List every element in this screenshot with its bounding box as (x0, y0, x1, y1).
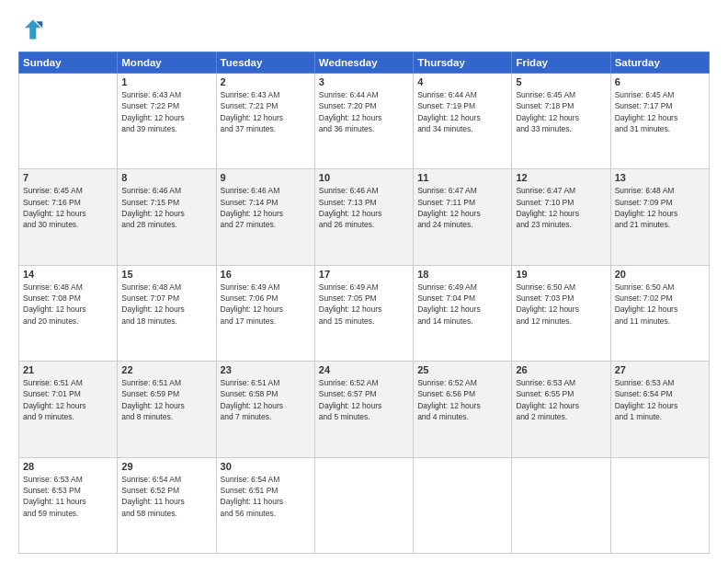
day-number: 14 (23, 269, 113, 280)
day-cell (610, 457, 709, 553)
day-info: Sunrise: 6:46 AM Sunset: 7:15 PM Dayligh… (121, 185, 211, 230)
day-info: Sunrise: 6:51 AM Sunset: 7:01 PM Dayligh… (23, 377, 113, 422)
day-info: Sunrise: 6:53 AM Sunset: 6:55 PM Dayligh… (516, 377, 606, 422)
day-cell: 10Sunrise: 6:46 AM Sunset: 7:13 PM Dayli… (314, 169, 413, 265)
day-cell: 22Sunrise: 6:51 AM Sunset: 6:59 PM Dayli… (118, 362, 216, 457)
day-info: Sunrise: 6:45 AM Sunset: 7:17 PM Dayligh… (615, 89, 705, 134)
day-info: Sunrise: 6:43 AM Sunset: 7:22 PM Dayligh… (121, 89, 211, 134)
day-number: 24 (319, 364, 409, 375)
day-number: 15 (121, 269, 211, 280)
day-cell (314, 457, 413, 553)
day-info: Sunrise: 6:52 AM Sunset: 6:56 PM Dayligh… (417, 377, 507, 422)
day-info: Sunrise: 6:44 AM Sunset: 7:20 PM Dayligh… (319, 89, 409, 134)
day-cell: 2Sunrise: 6:43 AM Sunset: 7:21 PM Daylig… (216, 74, 314, 169)
day-number: 16 (221, 269, 311, 280)
day-number: 19 (516, 269, 606, 280)
day-cell: 26Sunrise: 6:53 AM Sunset: 6:55 PM Dayli… (512, 362, 610, 457)
day-cell: 4Sunrise: 6:44 AM Sunset: 7:19 PM Daylig… (414, 74, 512, 169)
page: SundayMondayTuesdayWednesdayThursdayFrid… (0, 0, 728, 563)
day-cell (19, 74, 118, 169)
day-info: Sunrise: 6:49 AM Sunset: 7:04 PM Dayligh… (417, 282, 507, 327)
day-info: Sunrise: 6:47 AM Sunset: 7:10 PM Dayligh… (516, 185, 606, 230)
week-row-5: 28Sunrise: 6:53 AM Sunset: 6:53 PM Dayli… (19, 457, 710, 553)
day-info: Sunrise: 6:48 AM Sunset: 7:09 PM Dayligh… (615, 185, 705, 230)
day-info: Sunrise: 6:54 AM Sunset: 6:52 PM Dayligh… (121, 474, 211, 519)
week-row-2: 7Sunrise: 6:45 AM Sunset: 7:16 PM Daylig… (19, 169, 710, 265)
day-cell: 11Sunrise: 6:47 AM Sunset: 7:11 PM Dayli… (414, 169, 512, 265)
day-info: Sunrise: 6:52 AM Sunset: 6:57 PM Dayligh… (319, 377, 409, 422)
day-cell: 28Sunrise: 6:53 AM Sunset: 6:53 PM Dayli… (19, 457, 118, 553)
day-number: 7 (23, 172, 113, 183)
day-cell: 5Sunrise: 6:45 AM Sunset: 7:18 PM Daylig… (512, 74, 610, 169)
day-info: Sunrise: 6:53 AM Sunset: 6:54 PM Dayligh… (615, 377, 705, 422)
day-cell: 21Sunrise: 6:51 AM Sunset: 7:01 PM Dayli… (19, 362, 118, 457)
day-info: Sunrise: 6:46 AM Sunset: 7:13 PM Dayligh… (319, 185, 409, 230)
day-number: 6 (615, 76, 705, 87)
day-info: Sunrise: 6:48 AM Sunset: 7:07 PM Dayligh… (121, 282, 211, 327)
day-cell: 17Sunrise: 6:49 AM Sunset: 7:05 PM Dayli… (314, 265, 413, 361)
day-info: Sunrise: 6:46 AM Sunset: 7:14 PM Dayligh… (221, 185, 311, 230)
weekday-header-saturday: Saturday (610, 52, 709, 74)
day-info: Sunrise: 6:49 AM Sunset: 7:05 PM Dayligh… (319, 282, 409, 327)
header (18, 17, 710, 42)
day-number: 26 (516, 364, 606, 375)
day-number: 29 (121, 461, 211, 472)
weekday-header-wednesday: Wednesday (314, 52, 413, 74)
day-number: 20 (615, 269, 705, 280)
day-number: 1 (121, 76, 211, 87)
day-cell: 30Sunrise: 6:54 AM Sunset: 6:51 PM Dayli… (216, 457, 314, 553)
day-number: 2 (221, 76, 311, 87)
week-row-4: 21Sunrise: 6:51 AM Sunset: 7:01 PM Dayli… (19, 362, 710, 457)
day-cell: 20Sunrise: 6:50 AM Sunset: 7:02 PM Dayli… (610, 265, 709, 361)
day-cell: 8Sunrise: 6:46 AM Sunset: 7:15 PM Daylig… (118, 169, 216, 265)
weekday-header-monday: Monday (118, 52, 216, 74)
week-row-3: 14Sunrise: 6:48 AM Sunset: 7:08 PM Dayli… (19, 265, 710, 361)
day-number: 22 (121, 364, 211, 375)
day-info: Sunrise: 6:47 AM Sunset: 7:11 PM Dayligh… (417, 185, 507, 230)
logo-icon (18, 17, 44, 42)
day-number: 13 (615, 172, 705, 183)
day-number: 21 (23, 364, 113, 375)
day-number: 17 (319, 269, 409, 280)
day-cell: 1Sunrise: 6:43 AM Sunset: 7:22 PM Daylig… (118, 74, 216, 169)
day-number: 10 (319, 172, 409, 183)
weekday-header-thursday: Thursday (414, 52, 512, 74)
day-info: Sunrise: 6:51 AM Sunset: 6:59 PM Dayligh… (121, 377, 211, 422)
day-number: 4 (417, 76, 507, 87)
day-cell: 29Sunrise: 6:54 AM Sunset: 6:52 PM Dayli… (118, 457, 216, 553)
day-cell: 18Sunrise: 6:49 AM Sunset: 7:04 PM Dayli… (414, 265, 512, 361)
day-cell: 24Sunrise: 6:52 AM Sunset: 6:57 PM Dayli… (314, 362, 413, 457)
day-info: Sunrise: 6:44 AM Sunset: 7:19 PM Dayligh… (417, 89, 507, 134)
day-info: Sunrise: 6:49 AM Sunset: 7:06 PM Dayligh… (221, 282, 311, 327)
day-info: Sunrise: 6:50 AM Sunset: 7:02 PM Dayligh… (615, 282, 705, 327)
day-cell: 14Sunrise: 6:48 AM Sunset: 7:08 PM Dayli… (19, 265, 118, 361)
day-cell: 12Sunrise: 6:47 AM Sunset: 7:10 PM Dayli… (512, 169, 610, 265)
day-info: Sunrise: 6:54 AM Sunset: 6:51 PM Dayligh… (221, 474, 311, 519)
calendar-table: SundayMondayTuesdayWednesdayThursdayFrid… (18, 52, 710, 554)
day-number: 11 (417, 172, 507, 183)
day-info: Sunrise: 6:53 AM Sunset: 6:53 PM Dayligh… (23, 474, 113, 519)
day-number: 18 (417, 269, 507, 280)
day-number: 28 (23, 461, 113, 472)
day-cell: 25Sunrise: 6:52 AM Sunset: 6:56 PM Dayli… (414, 362, 512, 457)
week-row-1: 1Sunrise: 6:43 AM Sunset: 7:22 PM Daylig… (19, 74, 710, 169)
day-info: Sunrise: 6:48 AM Sunset: 7:08 PM Dayligh… (23, 282, 113, 327)
day-number: 8 (121, 172, 211, 183)
day-cell: 6Sunrise: 6:45 AM Sunset: 7:17 PM Daylig… (610, 74, 709, 169)
day-cell: 13Sunrise: 6:48 AM Sunset: 7:09 PM Dayli… (610, 169, 709, 265)
day-number: 12 (516, 172, 606, 183)
weekday-header-row: SundayMondayTuesdayWednesdayThursdayFrid… (19, 52, 710, 74)
logo (18, 17, 48, 42)
day-cell: 9Sunrise: 6:46 AM Sunset: 7:14 PM Daylig… (216, 169, 314, 265)
day-cell: 27Sunrise: 6:53 AM Sunset: 6:54 PM Dayli… (610, 362, 709, 457)
weekday-header-tuesday: Tuesday (216, 52, 314, 74)
day-cell: 15Sunrise: 6:48 AM Sunset: 7:07 PM Dayli… (118, 265, 216, 361)
day-cell: 7Sunrise: 6:45 AM Sunset: 7:16 PM Daylig… (19, 169, 118, 265)
day-cell (414, 457, 512, 553)
day-number: 5 (516, 76, 606, 87)
day-number: 30 (221, 461, 311, 472)
day-cell: 19Sunrise: 6:50 AM Sunset: 7:03 PM Dayli… (512, 265, 610, 361)
day-cell: 16Sunrise: 6:49 AM Sunset: 7:06 PM Dayli… (216, 265, 314, 361)
day-info: Sunrise: 6:45 AM Sunset: 7:16 PM Dayligh… (23, 185, 113, 230)
day-number: 23 (221, 364, 311, 375)
